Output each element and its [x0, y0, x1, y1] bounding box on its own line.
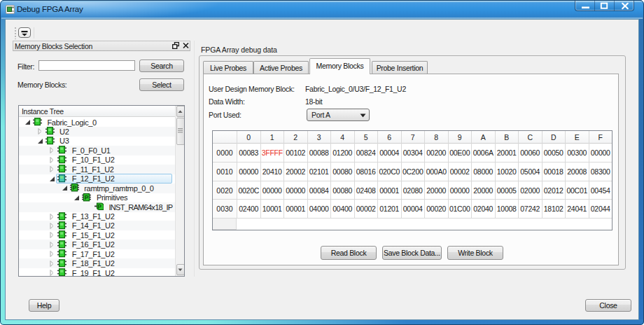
- svg-text:P: P: [73, 184, 77, 191]
- svg-text:P: P: [97, 203, 102, 210]
- svg-text:P: P: [85, 194, 89, 201]
